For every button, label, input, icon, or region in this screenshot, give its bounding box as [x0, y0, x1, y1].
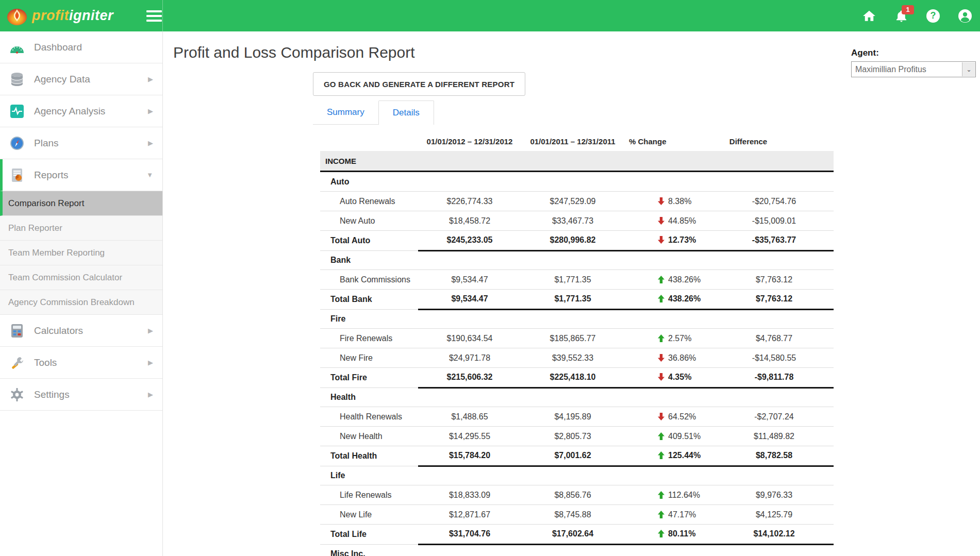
difference	[715, 544, 834, 556]
section-row: Auto	[320, 172, 834, 192]
percent-change: 409.51%	[624, 427, 715, 446]
menu-toggle-icon[interactable]	[146, 10, 162, 22]
sidebar-subitem-agency-commission-breakdown[interactable]: Agency Commission Breakdown	[0, 290, 162, 315]
row-label: Health	[320, 387, 418, 407]
value-2011: $185,865.77	[521, 329, 624, 348]
value-2012: $31,704.76	[418, 524, 521, 545]
down-arrow-icon	[658, 413, 665, 420]
row-label: Bank	[320, 250, 418, 269]
home-icon[interactable]	[862, 9, 876, 23]
percent-change	[624, 172, 715, 191]
agent-select[interactable]: Maximillian Profitus ⌄	[851, 61, 976, 77]
header-period-2011: 01/01/2011 – 12/31/2011	[521, 131, 624, 151]
value-2012	[418, 172, 521, 191]
sidebar-item-settings[interactable]: Settings ▶	[0, 379, 162, 411]
table-header-row: 01/01/2012 – 12/31/2012 01/01/2011 – 12/…	[320, 131, 834, 151]
row-label: Bank Commissions	[320, 270, 418, 289]
total-row: Total Auto$245,233.05$280,996.8212.73%-$…	[320, 231, 834, 250]
difference	[715, 250, 834, 269]
percent-change: 80.11%	[624, 524, 715, 545]
total-row: Total Health$15,784.20$7,001.62125.44%$8…	[320, 446, 834, 466]
value-2011	[521, 250, 624, 269]
report-table-body: AutoAuto Renewals$226,774.33$247,529.098…	[320, 172, 834, 556]
value-2011: $4,195.89	[521, 407, 624, 426]
section-row: Health	[320, 387, 834, 407]
go-back-button[interactable]: GO BACK AND GENERATE A DIFFERENT REPORT	[313, 72, 525, 96]
value-2011: $2,805.73	[521, 427, 624, 446]
data-row: New Auto$18,458.72$33,467.7344.85%-$15,0…	[320, 211, 834, 231]
account-icon[interactable]	[958, 9, 972, 23]
data-row: Auto Renewals$226,774.33$247,529.098.38%…	[320, 192, 834, 211]
value-2011: $280,996.82	[521, 230, 624, 251]
percent-change: 44.85%	[624, 211, 715, 230]
sidebar-item-label: Agency Analysis	[34, 106, 105, 117]
up-arrow-icon	[658, 295, 665, 302]
brand-logo[interactable]: profitigniter	[0, 6, 135, 26]
tab-summary[interactable]: Summary	[313, 100, 378, 125]
notifications-bell-icon[interactable]: 1	[894, 9, 908, 23]
chevron-down-icon: ▼	[146, 171, 153, 179]
percent-change: 8.38%	[624, 192, 715, 211]
row-label: Life Renewals	[320, 485, 418, 504]
value-2011: $39,552.33	[521, 348, 624, 367]
value-2011: $33,467.73	[521, 211, 624, 230]
difference: -$20,754.76	[715, 192, 834, 211]
value-2012: $24,971.78	[418, 348, 521, 367]
down-arrow-icon	[658, 236, 665, 244]
percent-change: 125.44%	[624, 446, 715, 467]
section-row: Life	[320, 466, 834, 485]
dashboard-gauge-icon	[9, 40, 25, 55]
total-row: Total Bank$9,534.47$1,771.35438.26%$7,76…	[320, 290, 834, 309]
sidebar-item-agency-data[interactable]: Agency Data ▶	[0, 63, 162, 95]
percent-change	[624, 309, 715, 328]
difference: $11,489.82	[715, 427, 834, 446]
row-label: Total Health	[320, 446, 418, 466]
header-difference: Difference	[715, 131, 834, 151]
top-bar: profitigniter 1 ?	[0, 0, 980, 31]
tab-details[interactable]: Details	[378, 100, 434, 125]
data-row: Health Renewals$1,488.65$4,195.8964.52%-…	[320, 407, 834, 427]
percent-change: 4.35%	[624, 367, 715, 389]
help-icon[interactable]: ?	[926, 9, 940, 23]
row-label: Auto	[320, 172, 418, 191]
calculator-icon	[9, 323, 25, 339]
row-label: Total Fire	[320, 368, 418, 388]
sidebar-subitem-comparison-report[interactable]: Comparison Report	[0, 191, 162, 216]
difference: $14,102.12	[715, 524, 834, 545]
up-arrow-icon	[658, 530, 665, 537]
sidebar-item-plans[interactable]: Plans ▶	[0, 127, 162, 159]
sidebar-item-dashboard[interactable]: Dashboard	[0, 31, 162, 63]
difference: $7,763.12	[715, 289, 834, 310]
sidebar-subitem-team-commission-calculator[interactable]: Team Commission Calculator	[0, 265, 162, 290]
sidebar-item-agency-analysis[interactable]: Agency Analysis ▶	[0, 95, 162, 127]
report-document-icon	[9, 167, 25, 183]
agent-label: Agent:	[851, 48, 976, 58]
row-label: Total Auto	[320, 231, 418, 251]
sidebar-item-label: Agency Data	[34, 74, 90, 85]
sidebar-subitem-team-member-reporting[interactable]: Team Member Reporting	[0, 241, 162, 265]
value-2011: $1,771.35	[521, 270, 624, 289]
row-label: New Health	[320, 427, 418, 446]
difference	[715, 387, 834, 407]
sidebar-item-tools[interactable]: Tools ▶	[0, 347, 162, 379]
difference	[715, 309, 834, 328]
row-label: Fire Renewals	[320, 329, 418, 348]
data-row: New Health$14,295.55$2,805.73409.51%$11,…	[320, 427, 834, 446]
value-2012	[418, 309, 521, 328]
value-2012: $14,295.55	[418, 427, 521, 446]
select-arrow-icon: ⌄	[962, 62, 975, 76]
header-period-2012: 01/01/2012 – 12/31/2012	[418, 131, 521, 151]
sidebar-item-calculators[interactable]: Calculators ▶	[0, 315, 162, 347]
sidebar-subitem-plan-reporter[interactable]: Plan Reporter	[0, 216, 162, 241]
percent-change	[624, 387, 715, 407]
sidebar-item-reports[interactable]: Reports ▼	[0, 159, 162, 191]
data-row: Bank Commissions$9,534.47$1,771.35438.26…	[320, 270, 834, 290]
value-2011: $17,602.64	[521, 524, 624, 545]
value-2012: $190,634.54	[418, 329, 521, 348]
chevron-right-icon: ▶	[148, 75, 153, 83]
down-arrow-icon	[658, 217, 665, 225]
value-2012: $18,833.09	[418, 485, 521, 504]
row-label: Total Life	[320, 525, 418, 545]
flame-logo-icon	[6, 6, 28, 26]
row-label: Fire	[320, 309, 418, 328]
